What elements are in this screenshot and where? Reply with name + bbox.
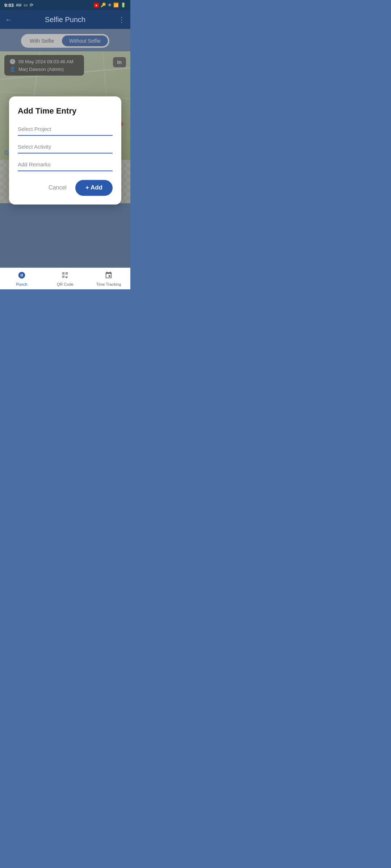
key-icon: 🔑 [101,3,106,8]
status-ampm: AM [16,3,21,7]
nav-item-qr-code[interactable]: QR Code [43,271,87,286]
select-activity-input[interactable] [18,141,113,153]
select-activity-field[interactable] [18,141,113,153]
punch-icon [18,271,26,281]
add-remarks-input[interactable] [18,159,113,171]
record-icon: ● [94,3,99,8]
add-time-entry-modal: Add Time Entry Cancel + Add [9,96,121,204]
time-tracking-label: Time Tracking [96,282,121,286]
bluetooth-icon: ✳ [108,3,112,8]
punch-label: Punch [16,282,27,286]
select-project-field[interactable] [18,124,113,136]
main-content: With Selfie Without Selfie 🕐 09 May 2024… [0,29,130,268]
select-project-input[interactable] [18,124,113,136]
wifi-icon: 📶 [113,3,119,8]
battery-icon: 🔋 [121,3,126,8]
qr-code-label: QR Code [57,282,73,286]
nav-bar: ← Selfie Punch ⋮ [0,10,130,29]
page-title: Selfie Punch [45,16,85,24]
back-button[interactable]: ← [5,16,12,24]
add-remarks-field[interactable] [18,159,113,171]
cast-icon: ⟳ [30,3,33,8]
nav-item-time-tracking[interactable]: Time Tracking [87,271,130,286]
bottom-navigation: Punch QR Code Time Tracking [0,268,130,289]
modal-actions: Cancel + Add [18,180,113,196]
status-bar: 9:03 AM ▭ ⟳ ● 🔑 ✳ 📶 🔋 [0,0,130,10]
qr-code-icon [61,271,69,281]
screen-icon: ▭ [24,3,28,8]
time-tracking-icon [105,271,113,281]
more-options-button[interactable]: ⋮ [118,15,125,24]
nav-item-punch[interactable]: Punch [0,271,43,286]
add-button[interactable]: + Add [75,180,113,196]
modal-title: Add Time Entry [18,106,113,116]
cancel-button[interactable]: Cancel [46,182,70,194]
status-time: 9:03 [4,3,14,8]
